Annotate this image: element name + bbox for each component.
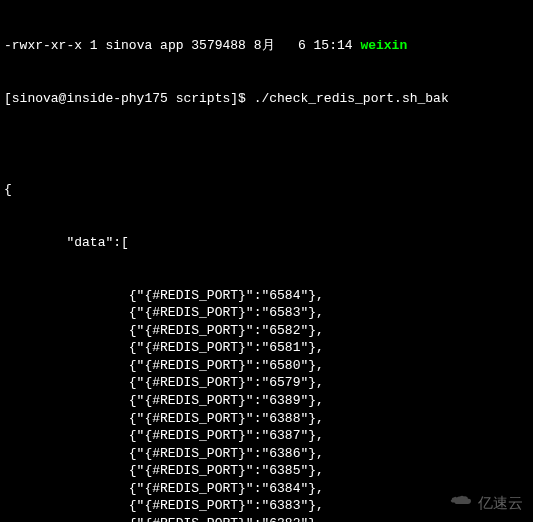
json-entry: {"{#REDIS_PORT}":"6388"}, bbox=[4, 410, 529, 428]
json-entry: {"{#REDIS_PORT}":"6580"}, bbox=[4, 357, 529, 375]
cloud-icon bbox=[450, 493, 474, 514]
file-links: 1 bbox=[90, 38, 98, 53]
json-entry: {"{#REDIS_PORT}":"6385"}, bbox=[4, 462, 529, 480]
json-open-brace: { bbox=[4, 181, 529, 199]
json-entry: {"{#REDIS_PORT}":"6382"}, bbox=[4, 515, 529, 522]
json-entry: {"{#REDIS_PORT}":"6389"}, bbox=[4, 392, 529, 410]
file-month: 8月 bbox=[254, 38, 275, 53]
file-time: 15:14 bbox=[314, 38, 353, 53]
watermark-text: 亿速云 bbox=[478, 493, 523, 513]
json-entry: {"{#REDIS_PORT}":"6584"}, bbox=[4, 287, 529, 305]
shell-prompt: [sinova@inside-phy175 scripts]$ bbox=[4, 91, 246, 106]
json-entry: {"{#REDIS_PORT}":"6581"}, bbox=[4, 339, 529, 357]
file-name: weixin bbox=[360, 38, 407, 53]
json-entries: {"{#REDIS_PORT}":"6584"}, {"{#REDIS_PORT… bbox=[4, 287, 529, 522]
file-day: 6 bbox=[298, 38, 306, 53]
file-permissions: -rwxr-xr-x bbox=[4, 38, 82, 53]
json-data-key: "data":[ bbox=[66, 235, 128, 250]
json-entry: {"{#REDIS_PORT}":"6583"}, bbox=[4, 304, 529, 322]
watermark: 亿速云 bbox=[450, 493, 523, 514]
json-output: { "data":[ {"{#REDIS_PORT}":"6584"}, {"{… bbox=[4, 146, 529, 522]
shell-command: ./check_redis_port.sh_bak bbox=[254, 91, 449, 106]
json-data-key-line: "data":[ bbox=[4, 234, 529, 252]
ls-output-line: -rwxr-xr-x 1 sinova app 3579488 8月 6 15:… bbox=[4, 37, 529, 55]
shell-prompt-line[interactable]: [sinova@inside-phy175 scripts]$ ./check_… bbox=[4, 90, 529, 108]
json-entry: {"{#REDIS_PORT}":"6582"}, bbox=[4, 322, 529, 340]
terminal-output: -rwxr-xr-x 1 sinova app 3579488 8月 6 15:… bbox=[4, 2, 529, 522]
json-entry: {"{#REDIS_PORT}":"6386"}, bbox=[4, 445, 529, 463]
json-entry: {"{#REDIS_PORT}":"6387"}, bbox=[4, 427, 529, 445]
file-group: app bbox=[160, 38, 183, 53]
file-user: sinova bbox=[105, 38, 152, 53]
json-entry: {"{#REDIS_PORT}":"6579"}, bbox=[4, 374, 529, 392]
file-size: 3579488 bbox=[191, 38, 246, 53]
